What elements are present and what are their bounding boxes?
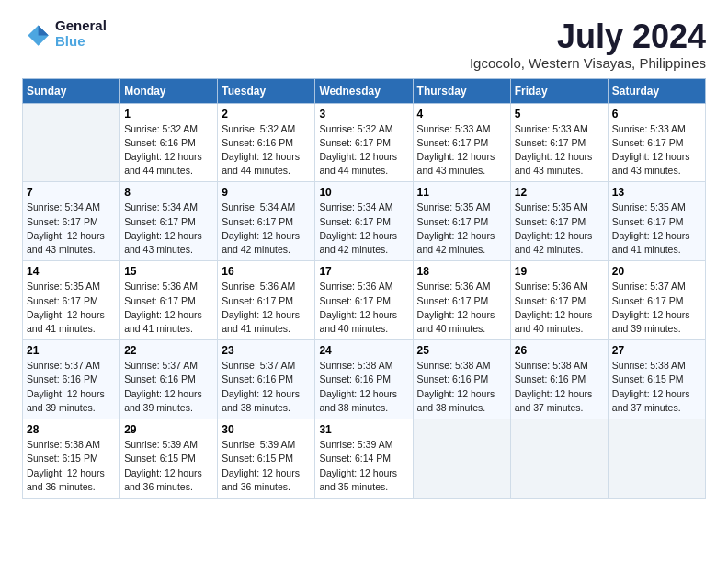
calendar-cell: 23Sunrise: 5:37 AM Sunset: 6:16 PM Dayli… [218, 340, 315, 419]
day-info: Sunrise: 5:39 AM Sunset: 6:14 PM Dayligh… [319, 438, 408, 494]
calendar-cell: 5Sunrise: 5:33 AM Sunset: 6:17 PM Daylig… [510, 103, 608, 182]
day-number: 29 [124, 423, 213, 436]
day-number: 9 [222, 186, 311, 199]
calendar-cell: 7Sunrise: 5:34 AM Sunset: 6:17 PM Daylig… [23, 182, 120, 261]
day-number: 25 [417, 344, 506, 357]
calendar-cell: 16Sunrise: 5:36 AM Sunset: 6:17 PM Dayli… [218, 261, 315, 340]
week-row-1: 1Sunrise: 5:32 AM Sunset: 6:16 PM Daylig… [23, 103, 706, 182]
calendar-cell [608, 419, 705, 499]
day-number: 16 [222, 265, 311, 278]
calendar-cell: 1Sunrise: 5:32 AM Sunset: 6:16 PM Daylig… [120, 103, 218, 182]
day-info: Sunrise: 5:38 AM Sunset: 6:16 PM Dayligh… [417, 359, 506, 415]
day-number: 20 [612, 265, 701, 278]
day-number: 3 [319, 108, 408, 121]
day-number: 31 [319, 423, 408, 436]
day-number: 30 [222, 423, 311, 436]
day-info: Sunrise: 5:35 AM Sunset: 6:17 PM Dayligh… [27, 280, 116, 336]
day-number: 23 [222, 344, 311, 357]
day-number: 5 [515, 108, 604, 121]
day-number: 11 [417, 186, 506, 199]
day-number: 24 [319, 344, 408, 357]
day-number: 13 [612, 186, 701, 199]
calendar-cell: 24Sunrise: 5:38 AM Sunset: 6:16 PM Dayli… [315, 340, 413, 419]
day-info: Sunrise: 5:34 AM Sunset: 6:17 PM Dayligh… [222, 201, 311, 257]
header-monday: Monday [120, 78, 218, 103]
header-saturday: Saturday [608, 78, 705, 103]
day-info: Sunrise: 5:36 AM Sunset: 6:17 PM Dayligh… [417, 280, 506, 336]
day-number: 1 [124, 108, 213, 121]
day-info: Sunrise: 5:33 AM Sunset: 6:17 PM Dayligh… [417, 122, 506, 178]
day-info: Sunrise: 5:36 AM Sunset: 6:17 PM Dayligh… [222, 280, 311, 336]
day-info: Sunrise: 5:38 AM Sunset: 6:16 PM Dayligh… [319, 359, 408, 415]
calendar-cell [23, 103, 120, 182]
calendar-cell: 17Sunrise: 5:36 AM Sunset: 6:17 PM Dayli… [315, 261, 413, 340]
calendar-table: SundayMondayTuesdayWednesdayThursdayFrid… [22, 78, 706, 499]
calendar-cell: 11Sunrise: 5:35 AM Sunset: 6:17 PM Dayli… [413, 182, 510, 261]
calendar-cell: 19Sunrise: 5:36 AM Sunset: 6:17 PM Dayli… [510, 261, 608, 340]
day-number: 17 [319, 265, 408, 278]
day-info: Sunrise: 5:33 AM Sunset: 6:17 PM Dayligh… [612, 122, 701, 178]
day-info: Sunrise: 5:39 AM Sunset: 6:15 PM Dayligh… [124, 438, 213, 494]
calendar-cell: 29Sunrise: 5:39 AM Sunset: 6:15 PM Dayli… [120, 419, 218, 499]
day-info: Sunrise: 5:37 AM Sunset: 6:16 PM Dayligh… [222, 359, 311, 415]
day-info: Sunrise: 5:35 AM Sunset: 6:17 PM Dayligh… [417, 201, 506, 257]
day-info: Sunrise: 5:38 AM Sunset: 6:16 PM Dayligh… [515, 359, 604, 415]
day-number: 27 [612, 344, 701, 357]
calendar-cell: 14Sunrise: 5:35 AM Sunset: 6:17 PM Dayli… [23, 261, 120, 340]
day-info: Sunrise: 5:33 AM Sunset: 6:17 PM Dayligh… [515, 122, 604, 178]
day-number: 10 [319, 186, 408, 199]
header-tuesday: Tuesday [218, 78, 315, 103]
day-info: Sunrise: 5:32 AM Sunset: 6:17 PM Dayligh… [319, 122, 408, 178]
day-info: Sunrise: 5:32 AM Sunset: 6:16 PM Dayligh… [222, 122, 311, 178]
day-info: Sunrise: 5:36 AM Sunset: 6:17 PM Dayligh… [515, 280, 604, 336]
day-info: Sunrise: 5:34 AM Sunset: 6:17 PM Dayligh… [27, 201, 116, 257]
week-row-2: 7Sunrise: 5:34 AM Sunset: 6:17 PM Daylig… [23, 182, 706, 261]
calendar-cell: 30Sunrise: 5:39 AM Sunset: 6:15 PM Dayli… [218, 419, 315, 499]
calendar-cell: 13Sunrise: 5:35 AM Sunset: 6:17 PM Dayli… [608, 182, 705, 261]
logo-icon [22, 19, 51, 49]
day-info: Sunrise: 5:35 AM Sunset: 6:17 PM Dayligh… [612, 201, 701, 257]
day-info: Sunrise: 5:34 AM Sunset: 6:17 PM Dayligh… [319, 201, 408, 257]
svg-marker-1 [39, 25, 49, 35]
day-info: Sunrise: 5:35 AM Sunset: 6:17 PM Dayligh… [515, 201, 604, 257]
day-number: 6 [612, 108, 701, 121]
day-info: Sunrise: 5:37 AM Sunset: 6:16 PM Dayligh… [124, 359, 213, 415]
day-number: 14 [27, 265, 116, 278]
day-number: 8 [124, 186, 213, 199]
day-info: Sunrise: 5:36 AM Sunset: 6:17 PM Dayligh… [319, 280, 408, 336]
calendar-cell [413, 419, 510, 499]
page-header: General Blue July 2024 Igcocolo, Western… [22, 18, 706, 71]
day-number: 4 [417, 108, 506, 121]
day-info: Sunrise: 5:34 AM Sunset: 6:17 PM Dayligh… [124, 201, 213, 257]
calendar-cell: 4Sunrise: 5:33 AM Sunset: 6:17 PM Daylig… [413, 103, 510, 182]
header-sunday: Sunday [23, 78, 120, 103]
day-info: Sunrise: 5:36 AM Sunset: 6:17 PM Dayligh… [124, 280, 213, 336]
calendar-cell: 18Sunrise: 5:36 AM Sunset: 6:17 PM Dayli… [413, 261, 510, 340]
calendar-title: July 2024 [470, 18, 706, 55]
calendar-cell: 12Sunrise: 5:35 AM Sunset: 6:17 PM Dayli… [510, 182, 608, 261]
calendar-cell: 9Sunrise: 5:34 AM Sunset: 6:17 PM Daylig… [218, 182, 315, 261]
calendar-cell: 27Sunrise: 5:38 AM Sunset: 6:15 PM Dayli… [608, 340, 705, 419]
week-row-3: 14Sunrise: 5:35 AM Sunset: 6:17 PM Dayli… [23, 261, 706, 340]
day-number: 12 [515, 186, 604, 199]
calendar-cell: 21Sunrise: 5:37 AM Sunset: 6:16 PM Dayli… [23, 340, 120, 419]
logo: General Blue [22, 18, 107, 49]
day-number: 21 [27, 344, 116, 357]
header-friday: Friday [510, 78, 608, 103]
calendar-cell: 28Sunrise: 5:38 AM Sunset: 6:15 PM Dayli… [23, 419, 120, 499]
calendar-cell: 10Sunrise: 5:34 AM Sunset: 6:17 PM Dayli… [315, 182, 413, 261]
logo-text: General Blue [55, 18, 107, 49]
calendar-cell: 8Sunrise: 5:34 AM Sunset: 6:17 PM Daylig… [120, 182, 218, 261]
header-wednesday: Wednesday [315, 78, 413, 103]
day-info: Sunrise: 5:37 AM Sunset: 6:16 PM Dayligh… [27, 359, 116, 415]
title-block: July 2024 Igcocolo, Western Visayas, Phi… [470, 18, 706, 71]
calendar-cell: 22Sunrise: 5:37 AM Sunset: 6:16 PM Dayli… [120, 340, 218, 419]
day-info: Sunrise: 5:37 AM Sunset: 6:17 PM Dayligh… [612, 280, 701, 336]
week-row-5: 28Sunrise: 5:38 AM Sunset: 6:15 PM Dayli… [23, 419, 706, 499]
day-number: 26 [515, 344, 604, 357]
calendar-cell: 6Sunrise: 5:33 AM Sunset: 6:17 PM Daylig… [608, 103, 705, 182]
day-number: 22 [124, 344, 213, 357]
calendar-cell: 25Sunrise: 5:38 AM Sunset: 6:16 PM Dayli… [413, 340, 510, 419]
day-info: Sunrise: 5:38 AM Sunset: 6:15 PM Dayligh… [27, 438, 116, 494]
day-info: Sunrise: 5:39 AM Sunset: 6:15 PM Dayligh… [222, 438, 311, 494]
